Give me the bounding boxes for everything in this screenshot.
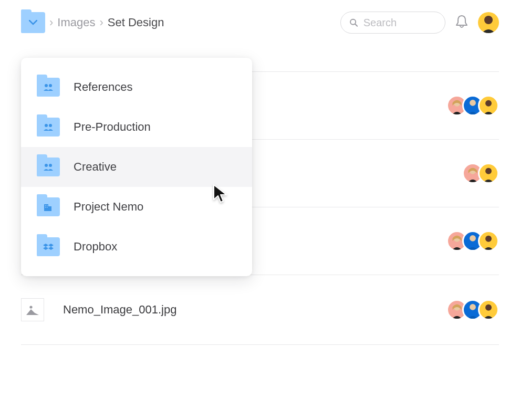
search-box[interactable] bbox=[340, 12, 445, 34]
breadcrumb-current: Set Design bbox=[108, 16, 164, 29]
breadcrumb: › Images › Set Design bbox=[21, 12, 340, 33]
profile-avatar[interactable] bbox=[478, 12, 499, 33]
shared-folder-icon bbox=[37, 78, 60, 97]
header: › Images › Set Design bbox=[0, 0, 520, 45]
collaborator-avatars[interactable] bbox=[446, 230, 499, 251]
svg-point-7 bbox=[485, 168, 492, 174]
svg-rect-21 bbox=[44, 204, 48, 211]
search-icon bbox=[349, 17, 358, 28]
folder-dropdown-menu: References Pre-Production Creative Proje… bbox=[21, 58, 252, 276]
collaborator-avatars[interactable] bbox=[446, 299, 499, 320]
avatar bbox=[478, 230, 499, 251]
avatar bbox=[478, 163, 499, 184]
search-input[interactable] bbox=[363, 17, 436, 29]
chevron-down-icon bbox=[29, 20, 37, 25]
svg-point-10 bbox=[485, 236, 492, 242]
dropdown-item-creative[interactable]: Creative bbox=[21, 147, 252, 187]
svg-rect-25 bbox=[45, 207, 46, 208]
breadcrumb-separator: › bbox=[99, 16, 103, 29]
dropdown-item-references[interactable]: References bbox=[21, 67, 252, 107]
svg-point-4 bbox=[470, 100, 476, 106]
svg-point-17 bbox=[45, 124, 48, 127]
list-item[interactable]: Nemo_Image_001.jpg bbox=[21, 275, 499, 345]
svg-rect-23 bbox=[45, 205, 46, 206]
svg-point-13 bbox=[470, 304, 476, 310]
file-name: Nemo_Image_001.jpg bbox=[63, 303, 176, 317]
shared-folder-icon bbox=[37, 118, 60, 136]
svg-rect-22 bbox=[48, 206, 51, 211]
svg-rect-24 bbox=[47, 205, 48, 206]
svg-rect-26 bbox=[47, 207, 48, 208]
avatar bbox=[478, 299, 499, 320]
dropdown-item-label: Pre-Production bbox=[74, 120, 151, 134]
header-actions bbox=[340, 12, 499, 34]
breadcrumb-folder-dropdown-button[interactable] bbox=[21, 12, 45, 33]
svg-point-18 bbox=[49, 124, 52, 127]
person-icon bbox=[478, 12, 499, 33]
svg-point-9 bbox=[470, 235, 476, 242]
dropdown-item-label: Project Nemo bbox=[74, 200, 143, 214]
dropdown-item-label: References bbox=[74, 80, 133, 94]
dropdown-item-label: Creative bbox=[74, 160, 117, 174]
dropdown-item-label: Dropbox bbox=[74, 240, 117, 254]
collaborator-avatars[interactable] bbox=[446, 95, 499, 116]
svg-point-2 bbox=[484, 16, 493, 24]
dropbox-folder-icon bbox=[37, 237, 60, 256]
svg-point-5 bbox=[485, 100, 492, 107]
svg-point-11 bbox=[29, 306, 32, 308]
dropdown-item-preproduction[interactable]: Pre-Production bbox=[21, 107, 252, 147]
svg-point-19 bbox=[45, 164, 48, 167]
dropdown-item-dropbox[interactable]: Dropbox bbox=[21, 227, 252, 267]
cursor-icon bbox=[213, 184, 228, 207]
image-file-icon bbox=[21, 298, 44, 321]
team-folder-icon bbox=[37, 197, 60, 216]
avatar bbox=[478, 95, 499, 116]
collaborator-avatars[interactable] bbox=[462, 163, 499, 184]
breadcrumb-separator: › bbox=[49, 16, 53, 29]
svg-point-15 bbox=[45, 84, 48, 87]
svg-line-1 bbox=[355, 24, 357, 26]
bell-icon bbox=[455, 14, 469, 29]
breadcrumb-parent[interactable]: Images bbox=[57, 16, 95, 29]
svg-point-14 bbox=[485, 304, 492, 311]
svg-point-20 bbox=[49, 164, 52, 167]
notifications-button[interactable] bbox=[455, 14, 469, 31]
shared-folder-icon bbox=[37, 158, 60, 176]
svg-point-16 bbox=[49, 84, 52, 87]
